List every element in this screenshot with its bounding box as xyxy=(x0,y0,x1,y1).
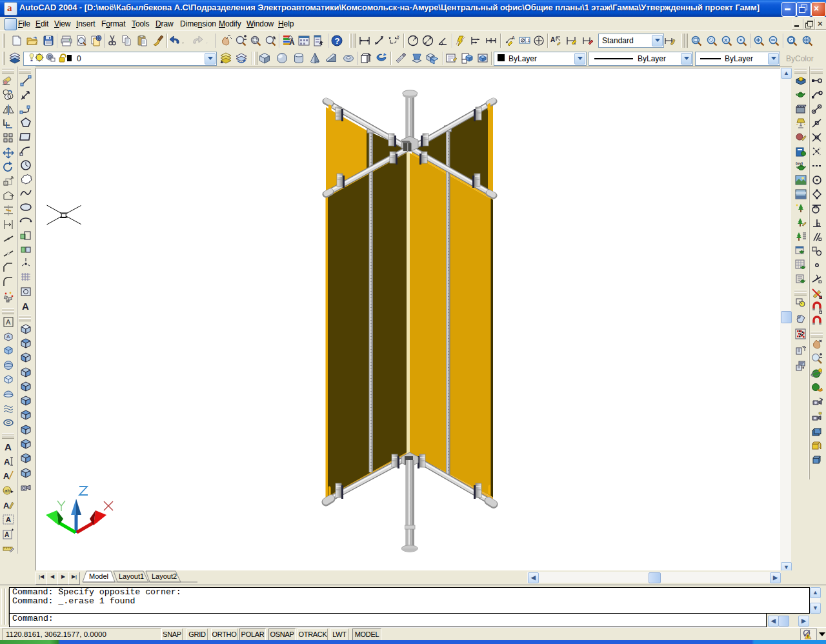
svg-text:Layout1: Layout1 xyxy=(119,572,144,580)
svg-text:Layout2: Layout2 xyxy=(152,572,177,580)
svg-text:A: A xyxy=(5,531,9,538)
svg-text:(uv): (uv) xyxy=(796,161,803,165)
svg-text:?: ? xyxy=(335,36,340,46)
svg-text:A: A xyxy=(6,516,11,523)
svg-text:A: A xyxy=(3,501,10,510)
svg-text:A: A xyxy=(6,334,10,339)
svg-text:Model: Model xyxy=(89,572,108,580)
svg-text:ab: ab xyxy=(5,488,10,494)
svg-text:A: A xyxy=(512,35,515,40)
svg-text:X: X xyxy=(724,37,728,43)
svg-text:A: A xyxy=(550,36,555,43)
svg-text:.1: .1 xyxy=(527,38,530,43)
svg-text:A: A xyxy=(22,301,29,312)
svg-text:!: ! xyxy=(807,634,809,639)
svg-text:A: A xyxy=(6,318,11,326)
svg-text:A: A xyxy=(4,457,10,467)
svg-text:X: X xyxy=(397,35,399,39)
svg-text:A: A xyxy=(289,38,295,47)
svg-text:A: A xyxy=(5,441,12,452)
